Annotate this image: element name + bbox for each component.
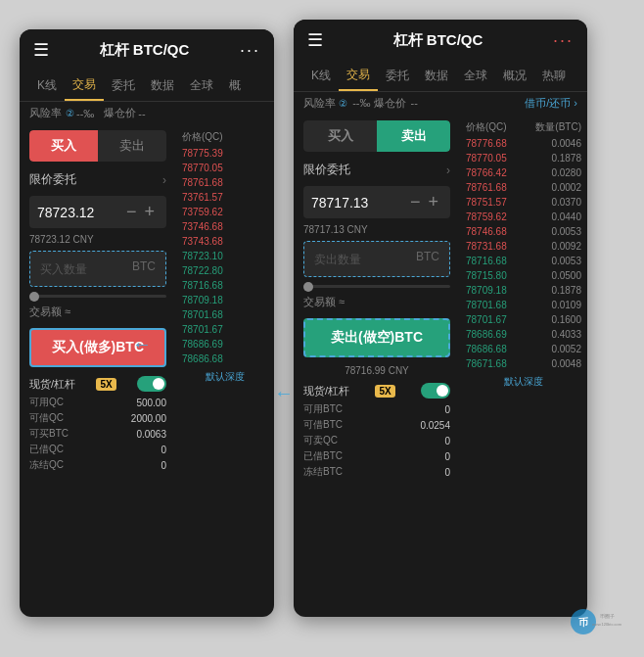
right-coin-link[interactable]: 借币/还币 › [525,96,577,111]
more-icon[interactable]: ··· [240,40,260,61]
right-info-val-3: 0 [444,451,450,462]
svg-text:币圈子: 币圈子 [600,613,615,619]
right-nav-kline[interactable]: K线 [303,62,339,90]
right-sell-tab[interactable]: 卖出 [377,120,450,152]
sell-tab[interactable]: 卖出 [98,130,166,162]
nav-entrust[interactable]: 委托 [104,71,143,100]
left-panel: ☰ 杠杆 BTC/QC ··· K线 交易 委托 数据 全球 概 风险率 ② -… [20,29,274,617]
ob-bid-1: 78722.80 [176,263,274,278]
right-price-minus[interactable]: − [406,192,425,212]
left-orderbook: 价格(QC) 78775.39 78770.05 78761.68 73761.… [176,124,274,614]
nav-overview[interactable]: 概 [221,71,249,100]
right-price-plus[interactable]: + [424,192,442,212]
right-leverage-row: 现货/杠杆 5X [294,380,460,401]
ob-ask-2: 78761.68 [176,175,274,190]
right-trade-fee-row: 交易额 ≈ [294,292,460,312]
info-val-3: 0 [161,445,166,455]
right-form: 买入 卖出 限价委托 › 78717.13 − + 78717.13 CNY 卖… [294,115,460,606]
right-nav-trade[interactable]: 交易 [339,61,378,91]
leverage-label: 现货/杠杆 [29,377,75,392]
ob-bid-3: 78709.18 [176,293,274,307]
right-nav-data[interactable]: 数据 [417,62,456,90]
right-more-icon[interactable]: ··· [553,30,574,51]
order-type-label: 限价委托 [29,171,76,188]
right-order-type-arrow: › [446,164,450,177]
ob-ask-price-4: 73759.62 [182,207,223,217]
ob-footer[interactable]: 默认深度 [176,366,274,388]
right-position-label: 爆仓价 [374,97,406,109]
right-nav-global[interactable]: 全球 [456,62,495,90]
price-value[interactable]: 78723.12 [37,205,122,220]
right-subbar-left: 风险率 ② --‰ 爆仓价 -- [303,96,418,111]
sell-hint: 78716.99 CNY [294,363,460,378]
right-ob-bid-6: 78686.680.0052 [460,342,587,356]
ob-header: 价格(QC) [176,124,274,146]
right-slider-bar[interactable] [303,285,450,288]
info-label-0: 可用QC [29,396,64,409]
slider-bar[interactable] [29,295,166,298]
right-qty-input-box[interactable]: 卖出数量 BTC [303,241,450,277]
risk-info-icon: ② [66,108,74,118]
left-subbar: 风险率 ② --‰ 爆仓价 -- [20,102,274,124]
right-nav-entrust[interactable]: 委托 [378,62,417,90]
qty-unit: BTC [132,259,156,273]
right-ob-footer[interactable]: 默认深度 [460,371,587,393]
sell-button[interactable]: 卖出(做空)BTC [303,318,450,357]
right-nav-chat[interactable]: 热聊 [534,62,574,90]
price-plus[interactable]: + [140,202,159,222]
ob-bid-price-0: 78723.10 [182,251,223,261]
right-info-row-0: 可用BTC 0 [294,401,460,417]
right-ob-col1: 价格(QC) [466,120,507,134]
right-nav-overview[interactable]: 概况 [495,62,534,90]
right-position-val: -- [411,97,418,109]
nav-kline[interactable]: K线 [29,71,65,100]
right-buy-tab[interactable]: 买入 [303,120,377,152]
nav-trade[interactable]: 交易 [65,70,104,101]
right-slider-row[interactable] [294,281,460,292]
order-type-row[interactable]: 限价委托 › [20,167,176,192]
info-val-2: 0.0063 [136,429,166,440]
menu-icon[interactable]: ☰ [33,39,49,61]
leverage-row: 现货/杠杆 5X [20,373,176,395]
right-ob-bid-3: 78701.680.0109 [460,298,587,312]
info-val-1: 2000.00 [131,413,166,424]
right-info-label-3: 已借BTC [303,449,343,463]
info-row-3: 已借QC 0 [20,442,176,457]
right-qty-unit: BTC [416,250,439,263]
leverage-toggle[interactable] [137,376,166,392]
ob-ask-price-2: 78761.68 [182,177,223,188]
ob-ask-6: 73743.68 [176,234,274,249]
right-risk-label: 风险率 [303,97,336,109]
ob-bid-0: 78723.10 [176,249,274,263]
svg-text:币: 币 [578,617,588,628]
ob-bid-4: 78701.68 [176,307,274,322]
right-leverage-toggle[interactable] [421,383,450,399]
right-qty-placeholder: 卖出数量 [314,253,361,266]
right-leverage-badge[interactable]: 5X [375,385,394,398]
buy-tab[interactable]: 买入 [29,130,98,162]
right-navbar: K线 交易 委托 数据 全球 概况 热聊 [294,61,587,92]
watermark: 币 币圈子 www.120btc.com [570,608,628,639]
nav-global[interactable]: 全球 [182,71,221,100]
right-ob-ask-4: 78751.570.0370 [460,195,587,210]
price-minus[interactable]: − [122,202,141,222]
ob-bid-6: 78686.69 [176,337,274,352]
info-label-1: 可借QC [29,411,64,425]
right-price-input-row: 78717.13 − + [303,186,450,218]
nav-data[interactable]: 数据 [143,71,182,100]
right-menu-icon[interactable]: ☰ [307,29,323,51]
ob-bid-price-5: 78701.67 [182,324,223,335]
right-info-row-4: 冻结BTC 0 [294,464,460,480]
qty-input-box[interactable]: 买入数量 BTC [29,251,166,287]
ob-bid-price-3: 78709.18 [182,295,223,305]
info-label-2: 可买BTC [29,427,69,441]
slider-row[interactable] [20,291,176,302]
right-ob-ask-3: 78761.680.0002 [460,180,587,195]
leverage-badge[interactable]: 5X [96,378,115,391]
right-price-value[interactable]: 78717.13 [311,195,406,211]
right-order-type-row[interactable]: 限价委托 › [294,158,460,182]
ob-col1-label: 价格(QC) [182,130,223,144]
right-price-hint: 78717.13 CNY [294,222,460,237]
right-arrow-indicator: ← [274,382,294,404]
ob-ask-price-1: 78770.05 [182,163,223,173]
